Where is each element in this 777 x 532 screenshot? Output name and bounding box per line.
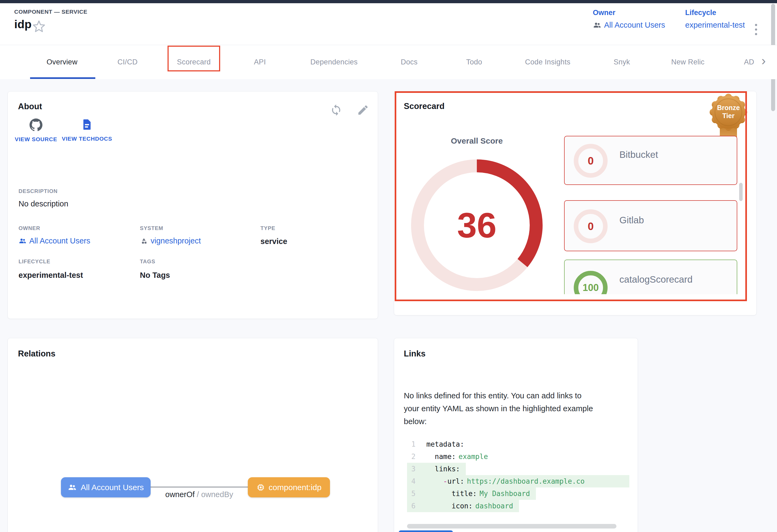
check-card-gitlab[interactable]: 0 Gitlab [564, 200, 737, 251]
owner-label: Owner [593, 9, 665, 17]
system-icon [140, 237, 148, 245]
about-title: About [18, 102, 42, 111]
view-source-link[interactable]: VIEW SOURCE [10, 118, 62, 144]
tab-overview[interactable]: Overview [47, 45, 78, 79]
code-line-highlighted: 3 links: [407, 463, 466, 475]
active-tab-indicator [30, 77, 95, 79]
owner-link[interactable]: All Account Users [593, 21, 665, 29]
links-bottom-button[interactable] [399, 530, 453, 532]
kebab-menu-icon[interactable] [751, 19, 761, 40]
links-title: Links [404, 349, 426, 359]
edit-pencil-icon[interactable] [357, 104, 369, 116]
links-card: Links No links defined for this entity. … [394, 338, 638, 532]
owner-field-link[interactable]: All Account Users [18, 237, 90, 245]
svg-text:Tier: Tier [722, 112, 735, 119]
refresh-icon[interactable] [330, 104, 342, 116]
top-window-strip [0, 0, 777, 3]
code-line-highlighted: 5 title:My Dashboard [407, 488, 536, 500]
svg-text:Bronze: Bronze [717, 104, 740, 111]
tab-code-insights[interactable]: Code Insights [525, 45, 570, 79]
owner-value: All Account Users [604, 21, 665, 29]
tab-new-relic[interactable]: New Relic [671, 45, 704, 79]
about-card: About VIEW SOURCE VIEW TECHDOCS DESCRIPT… [7, 91, 378, 319]
yaml-example-code: 1 metadata: 2 name:example 3 links: 4 - … [407, 438, 629, 512]
tab-api[interactable]: API [254, 45, 266, 79]
people-icon [68, 483, 77, 492]
scorecard-title: Scorecard [404, 102, 445, 111]
view-techdocs-link[interactable]: VIEW TECHDOCS [62, 118, 112, 143]
relation-edge-label: ownerOf/ownedBy [151, 490, 247, 499]
type-field-value: service [260, 237, 287, 246]
description-label: DESCRIPTION [18, 188, 58, 194]
tab-todo[interactable]: Todo [466, 45, 482, 79]
tags-field-value: No Tags [140, 271, 170, 280]
code-line: 2 name:example [407, 450, 494, 463]
check-name: Bitbucket [620, 149, 658, 160]
entity-header: COMPONENT — SERVICE idp Owner All Accoun… [0, 3, 777, 45]
check-name: catalogScorecard [620, 274, 692, 285]
code-line-highlighted: 6 icon:dashboard [407, 500, 519, 512]
tab-snyk[interactable]: Snyk [614, 45, 630, 79]
github-icon [29, 118, 42, 131]
overall-score-value: 36 [410, 158, 544, 292]
breadcrumb: COMPONENT — SERVICE [14, 9, 87, 15]
code-line: 1 metadata: [407, 438, 470, 450]
check-card-catalogscorecard[interactable]: 100 catalogScorecard [564, 260, 737, 294]
score-ring: 0 [574, 210, 607, 243]
relation-edge-line [151, 487, 248, 488]
page-title: idp [14, 18, 31, 31]
lifecycle-field-value: experimental-test [18, 271, 83, 280]
system-field-label: SYSTEM [140, 225, 163, 231]
lifecycle-value: experimental-test [685, 21, 745, 29]
description-value: No description [18, 200, 68, 208]
code-line-highlighted: 4 - url:https://dashboard.example.co [407, 475, 629, 488]
code-horizontal-scrollbar[interactable] [407, 524, 617, 529]
scorecard-check-list: 0 Bitbucket 0 Gitlab 100 catalogScorecar… [564, 136, 738, 294]
relations-card: Relations All Account Users component:id… [7, 338, 378, 532]
tab-ad-truncated[interactable]: AD [744, 45, 754, 79]
check-list-scrollbar[interactable] [739, 183, 743, 201]
tab-scorecard[interactable]: Scorecard [177, 45, 211, 79]
system-field-link[interactable]: vigneshproject [140, 237, 201, 245]
score-ring: 0 [574, 144, 607, 178]
people-icon [18, 237, 27, 245]
lifecycle-field-label: LIFECYCLE [18, 259, 50, 265]
overall-score-label: Overall Score [410, 136, 544, 145]
people-icon [593, 21, 601, 29]
tabs-overflow-chevron-icon[interactable]: › [761, 53, 766, 68]
lifecycle-block: Lifecycle experimental-test [685, 9, 745, 29]
tab-cicd[interactable]: CI/CD [118, 45, 138, 79]
relations-title: Relations [18, 349, 56, 359]
check-name: Gitlab [620, 215, 644, 226]
owner-block: Owner All Account Users [593, 9, 665, 29]
tags-field-label: TAGS [140, 259, 155, 265]
check-card-bitbucket[interactable]: 0 Bitbucket [564, 136, 737, 185]
favorite-star-icon[interactable] [32, 20, 46, 33]
tab-docs[interactable]: Docs [401, 45, 418, 79]
score-ring: 100 [574, 271, 607, 294]
relation-node-component-idp[interactable]: component:idp [248, 477, 330, 497]
component-chip-icon [256, 483, 265, 492]
view-source-label: VIEW SOURCE [15, 135, 57, 144]
techdocs-document-icon [81, 118, 93, 131]
links-empty-message: No links defined for this entity. You ca… [404, 389, 632, 428]
tab-dependencies[interactable]: Dependencies [310, 45, 358, 79]
lifecycle-label: Lifecycle [685, 9, 745, 17]
scorecard-card: Scorecard Bronze Tier Overall Score [394, 91, 757, 315]
relation-node-all-account-users[interactable]: All Account Users [61, 477, 151, 497]
overall-score-gauge: 36 [410, 158, 544, 292]
view-techdocs-label: VIEW TECHDOCS [62, 134, 112, 143]
owner-field-label: OWNER [18, 225, 40, 231]
entity-tabs: Overview CI/CD Scorecard API Dependencie… [0, 45, 777, 79]
type-field-label: TYPE [260, 225, 275, 231]
